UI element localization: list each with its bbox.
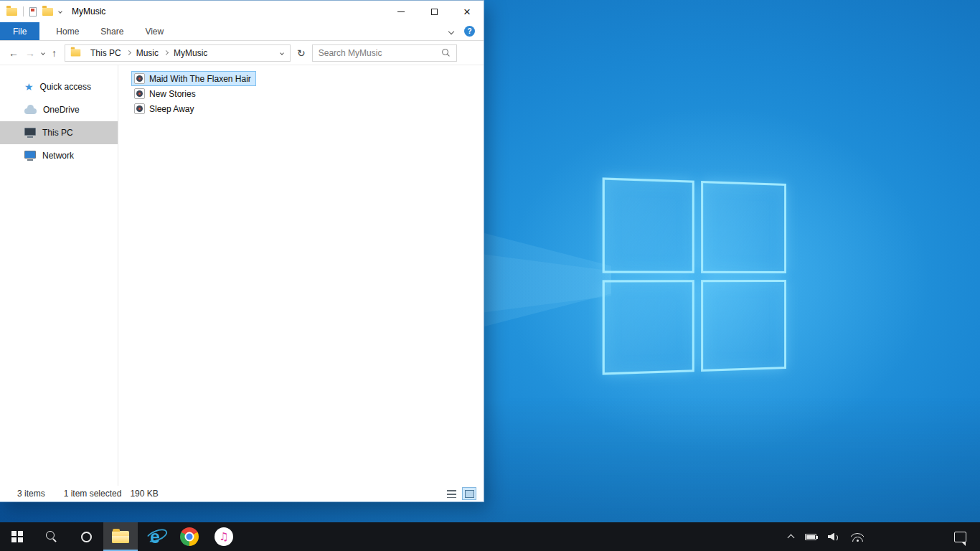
breadcrumb-music[interactable]: Music <box>131 48 164 58</box>
search-box <box>312 44 457 62</box>
monitor-icon <box>24 128 36 136</box>
file-list: Maid With The Flaxen Hair New Stories Sl… <box>118 65 484 486</box>
audio-file-icon <box>134 73 145 84</box>
maximize-icon <box>431 9 438 15</box>
cloud-icon <box>24 108 37 114</box>
tab-home[interactable]: Home <box>45 22 90 40</box>
taskbar: e ♫ <box>0 522 980 551</box>
breadcrumb-this-pc[interactable]: This PC <box>85 48 126 58</box>
selection-count: 1 item selected <box>64 489 122 499</box>
tab-file[interactable]: File <box>0 22 39 40</box>
sidebar-item-label: This PC <box>42 128 73 138</box>
itunes-button[interactable]: ♫ <box>207 522 241 551</box>
close-icon: × <box>463 6 471 18</box>
action-center-button[interactable] <box>946 532 974 542</box>
chrome-icon <box>180 527 199 546</box>
search-input[interactable] <box>313 45 441 61</box>
windows-logo-pane <box>701 181 786 273</box>
items-count: 3 items <box>17 489 45 499</box>
network-icon <box>24 151 36 159</box>
close-button[interactable]: × <box>451 1 484 22</box>
tab-view[interactable]: View <box>134 22 174 40</box>
chrome-button[interactable] <box>172 522 207 551</box>
customize-toolbar-chevron-icon[interactable] <box>58 9 62 14</box>
minimize-button[interactable] <box>385 1 418 22</box>
maximize-button[interactable] <box>418 1 451 22</box>
taskbar-search-button[interactable] <box>34 522 69 551</box>
file-row[interactable]: Sleep Away <box>131 101 199 116</box>
itunes-icon: ♫ <box>215 527 233 546</box>
battery-icon[interactable] <box>805 534 816 540</box>
tab-share[interactable]: Share <box>90 22 134 40</box>
help-button[interactable]: ? <box>464 26 475 37</box>
properties-icon[interactable] <box>29 7 37 17</box>
volume-icon[interactable] <box>828 532 839 542</box>
file-explorer-window: MyMusic × File Home Share View ? ← → ↑ T… <box>0 0 484 502</box>
file-row[interactable]: New Stories <box>131 86 201 101</box>
wallpaper-glow <box>423 39 980 520</box>
search-icon[interactable] <box>441 48 451 57</box>
taskbar-file-explorer-button[interactable] <box>103 522 138 551</box>
network-wifi-icon[interactable] <box>851 532 864 542</box>
ribbon-right-controls: ? <box>449 22 484 40</box>
details-view-button[interactable] <box>444 487 458 500</box>
forward-button[interactable]: → <box>25 48 35 58</box>
tray-icons <box>781 532 871 542</box>
file-name: Sleep Away <box>149 104 194 114</box>
windows-logo-pane <box>603 280 694 375</box>
up-button[interactable]: ↑ <box>52 48 57 58</box>
navigation-pane: ★ Quick access OneDrive This PC Network <box>0 65 118 486</box>
search-icon <box>45 530 58 543</box>
ribbon-tab-bar: File Home Share View ? <box>0 22 484 41</box>
navigation-bar: ← → ↑ This PC Music MyMusic ↻ <box>0 41 484 65</box>
large-icons-view-button[interactable] <box>462 487 476 500</box>
window-controls: × <box>385 1 484 22</box>
explorer-body: ★ Quick access OneDrive This PC Network … <box>0 65 484 486</box>
refresh-button[interactable]: ↻ <box>297 47 306 59</box>
selection-size: 190 KB <box>130 489 158 499</box>
new-folder-icon[interactable] <box>42 8 53 16</box>
cortana-button[interactable] <box>69 522 103 551</box>
file-name: Maid With The Flaxen Hair <box>149 74 251 84</box>
sidebar-item-quick-access[interactable]: ★ Quick access <box>0 75 118 98</box>
minimize-icon <box>397 11 405 12</box>
sidebar-item-label: OneDrive <box>43 105 80 115</box>
file-explorer-icon <box>112 531 129 543</box>
status-bar: 3 items 1 item selected 190 KB <box>0 486 484 501</box>
address-bar[interactable]: This PC Music MyMusic <box>65 44 291 62</box>
hidden-icons-chevron-icon[interactable] <box>788 534 795 542</box>
back-button[interactable]: ← <box>9 48 19 58</box>
windows-logo-pane <box>701 280 786 372</box>
windows-start-icon <box>11 531 23 542</box>
address-dropdown-chevron-icon[interactable] <box>281 52 290 55</box>
start-button[interactable] <box>0 522 34 551</box>
large-icons-view-icon <box>465 490 474 498</box>
quick-access-toolbar <box>0 6 62 17</box>
window-folder-icon[interactable] <box>6 8 17 16</box>
breadcrumb-chevron-icon[interactable] <box>164 50 169 55</box>
star-icon: ★ <box>24 82 34 92</box>
audio-file-icon <box>134 103 145 114</box>
windows-logo <box>603 177 786 375</box>
toolbar-divider <box>23 6 24 17</box>
system-tray <box>781 522 980 551</box>
breadcrumb-chevron-icon[interactable] <box>126 50 131 55</box>
sidebar-item-network[interactable]: Network <box>0 144 118 167</box>
recent-locations-chevron-icon[interactable] <box>41 51 45 55</box>
action-center-icon <box>954 532 966 542</box>
audio-file-icon <box>134 88 145 99</box>
internet-explorer-icon: e <box>146 527 165 547</box>
expand-ribbon-chevron-icon[interactable] <box>448 28 454 34</box>
internet-explorer-button[interactable]: e <box>138 522 172 551</box>
cortana-icon <box>81 532 92 542</box>
file-row[interactable]: Maid With The Flaxen Hair <box>131 71 256 86</box>
sidebar-item-onedrive[interactable]: OneDrive <box>0 98 118 121</box>
sidebar-item-label: Quick access <box>40 82 91 92</box>
breadcrumb-mymusic[interactable]: MyMusic <box>169 48 212 58</box>
address-folder-icon <box>71 50 81 57</box>
sidebar-item-this-pc[interactable]: This PC <box>0 121 118 144</box>
titlebar: MyMusic × <box>0 1 484 22</box>
file-name: New Stories <box>149 89 196 99</box>
sidebar-item-label: Network <box>42 151 74 161</box>
windows-logo-pane <box>603 177 694 273</box>
